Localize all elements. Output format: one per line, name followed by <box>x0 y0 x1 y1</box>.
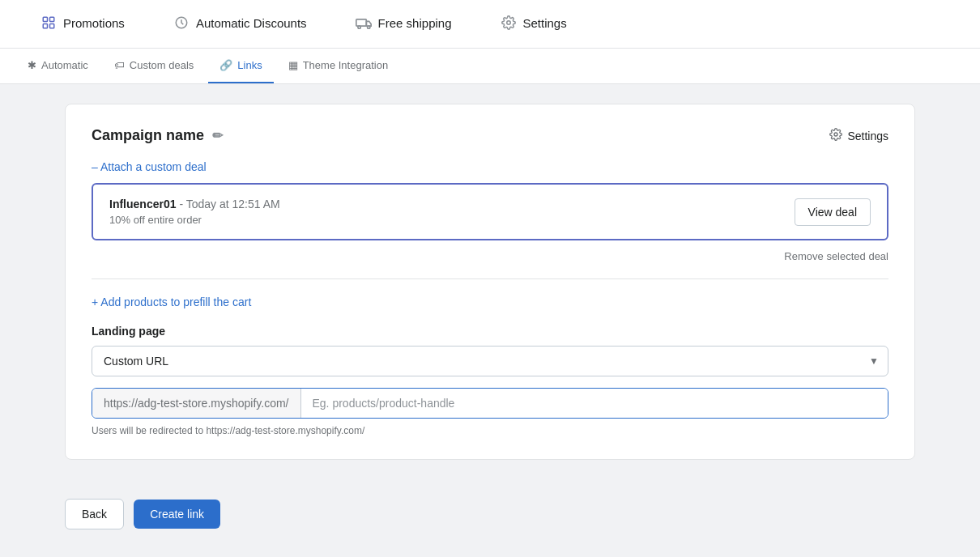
sub-nav-automatic[interactable]: ✱ Automatic <box>16 49 100 83</box>
main-content: Campaign name ✏ Settings – Attach a cust… <box>0 84 980 479</box>
campaign-header: Campaign name ✏ Settings <box>92 127 888 144</box>
divider <box>92 278 888 279</box>
deal-name: Influencer01 - Today at 12:51 AM <box>109 198 280 210</box>
back-button[interactable]: Back <box>65 499 124 529</box>
campaign-title: Campaign name ✏ <box>92 127 223 144</box>
svg-point-7 <box>367 26 369 28</box>
card-gear-icon <box>829 128 842 144</box>
url-prefix: https://adg-test-store.myshopify.com/ <box>92 389 301 418</box>
sub-nav-links[interactable]: 🔗 Links <box>208 49 273 83</box>
settings-nav-label: Settings <box>523 16 567 30</box>
campaign-name-text: Campaign name <box>92 127 204 144</box>
nav-automatic-discounts[interactable]: Automatic Discounts <box>149 0 331 48</box>
page-footer: adg-test-store.myshopify.com <box>0 549 980 557</box>
svg-point-9 <box>834 133 837 136</box>
svg-point-6 <box>358 26 360 28</box>
deal-info: Influencer01 - Today at 12:51 AM 10% off… <box>109 198 280 226</box>
nav-promotions[interactable]: Promotions <box>16 0 149 48</box>
deal-date: - Today at 12:51 AM <box>179 198 279 210</box>
sub-nav-links-label: Links <box>237 59 262 71</box>
free-shipping-label: Free shipping <box>378 16 452 30</box>
card-settings-label: Settings <box>847 130 888 142</box>
svg-rect-0 <box>43 17 47 21</box>
url-row: https://adg-test-store.myshopify.com/ <box>92 388 888 419</box>
theme-integration-sub-icon: ▦ <box>288 59 298 71</box>
svg-point-8 <box>506 21 510 25</box>
url-help-text: Users will be redirected to https://adg-… <box>92 425 888 436</box>
svg-rect-1 <box>50 17 54 21</box>
remove-selected-deal-link[interactable]: Remove selected deal <box>92 250 888 262</box>
links-sub-icon: 🔗 <box>219 59 232 71</box>
add-products-link[interactable]: + Add products to prefill the cart <box>92 296 251 308</box>
landing-page-select-wrapper: Custom URL Homepage Product page Collect… <box>92 346 888 376</box>
view-deal-button[interactable]: View deal <box>795 198 871 226</box>
automatic-sub-icon: ✱ <box>28 59 36 71</box>
sub-nav-theme-integration-label: Theme Integration <box>303 59 389 71</box>
svg-rect-5 <box>356 19 366 26</box>
svg-rect-3 <box>50 24 54 28</box>
url-path-input[interactable] <box>301 389 888 418</box>
free-shipping-icon <box>356 15 372 31</box>
sub-nav: ✱ Automatic 🏷 Custom deals 🔗 Links ▦ The… <box>0 49 980 84</box>
nav-settings[interactable]: Settings <box>476 0 591 48</box>
landing-page-label: Landing page <box>92 325 888 338</box>
svg-rect-2 <box>43 24 47 28</box>
automatic-discounts-label: Automatic Discounts <box>196 16 307 30</box>
landing-page-select[interactable]: Custom URL Homepage Product page Collect… <box>92 346 888 376</box>
top-nav: Promotions Automatic Discounts Free ship… <box>0 0 980 49</box>
promotions-label: Promotions <box>63 16 125 30</box>
custom-deals-sub-icon: 🏷 <box>114 59 125 71</box>
promotions-icon <box>40 15 57 31</box>
deal-box: Influencer01 - Today at 12:51 AM 10% off… <box>92 183 888 240</box>
settings-nav-icon <box>501 15 517 31</box>
nav-free-shipping[interactable]: Free shipping <box>331 0 476 48</box>
card-settings-button[interactable]: Settings <box>829 128 888 144</box>
attach-custom-deal-link[interactable]: – Attach a custom deal <box>92 160 207 173</box>
deal-description: 10% off entire order <box>109 214 280 226</box>
automatic-discounts-icon <box>173 15 190 31</box>
main-card: Campaign name ✏ Settings – Attach a cust… <box>65 104 915 460</box>
sub-nav-automatic-label: Automatic <box>41 59 88 71</box>
sub-nav-theme-integration[interactable]: ▦ Theme Integration <box>277 49 400 83</box>
create-link-button[interactable]: Create link <box>134 500 220 529</box>
sub-nav-custom-deals[interactable]: 🏷 Custom deals <box>103 49 205 83</box>
footer-buttons: Back Create link <box>0 479 980 549</box>
edit-campaign-name-icon[interactable]: ✏ <box>212 128 223 143</box>
sub-nav-custom-deals-label: Custom deals <box>130 59 194 71</box>
